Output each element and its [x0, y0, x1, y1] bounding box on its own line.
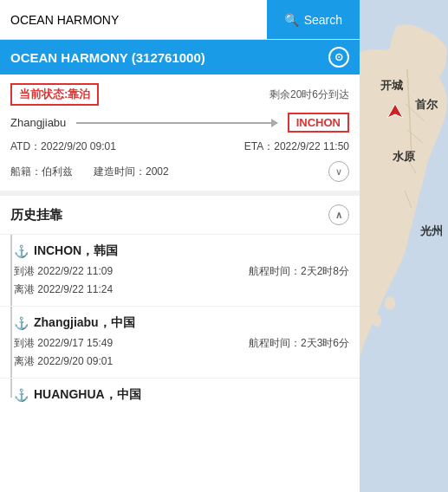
status-expand-icon[interactable]: ∨ [328, 161, 349, 182]
port-arrive-zhangjiabu: 到港 2022/9/17 15:49 [14, 336, 113, 351]
history-header: 历史挂靠 ∧ [0, 196, 360, 235]
route-arrow [76, 122, 276, 124]
port-duration-inchon: 航程时间：2天2时8分 [249, 264, 349, 279]
eta-text: 剩余20时6分到达 [269, 87, 349, 102]
port-name-inchon: INCHON，韩国 [34, 243, 118, 259]
built-label: 建造时间：2002 [94, 165, 169, 179]
ship-header: OCEAN HARMONY (312761000) ⊙ [0, 40, 360, 74]
port-details-inchon: 到港 2022/9/22 11:09 航程时间：2天2时8分 [14, 264, 349, 279]
search-icon: 🔍 [284, 13, 299, 27]
history-expand-icon[interactable]: ∧ [328, 204, 349, 225]
route-destination: INCHON [288, 113, 349, 133]
port-duration-zhangjiabu: 航程时间：2天3时6分 [249, 336, 349, 351]
map-marker [386, 102, 405, 124]
history-section: 历史挂靠 ∧ ⚓ INCHON，韩国 到港 2022/9/22 11:09 航程… [0, 196, 360, 492]
port-depart-inchon: 离港 2022/9/22 11:24 [14, 282, 349, 297]
status-badge: 当前状态:靠泊 [10, 83, 99, 106]
port-name-row-2: ⚓ Zhangjiabu，中国 [14, 315, 349, 331]
anchor-icon-inchon: ⚓ [14, 244, 29, 258]
ship-header-expand-icon[interactable]: ⊙ [328, 47, 349, 68]
status-row: 当前状态:靠泊 剩余20时6分到达 [10, 83, 349, 106]
port-depart-zhangjiabu: 离港 2022/9/20 09:01 [14, 354, 349, 369]
port-name-row: ⚓ INCHON，韩国 [14, 243, 349, 259]
port-name-zhangjiabu: Zhangjiabu，中国 [34, 315, 135, 331]
port-details-zhangjiabu: 到港 2022/9/17 15:49 航程时间：2天3时6分 [14, 336, 349, 351]
anchor-icon-zhangjiabu: ⚓ [14, 316, 29, 330]
svg-point-3 [373, 314, 381, 327]
search-button-label: Search [304, 13, 342, 27]
port-entry-zhangjiabu: ⚓ Zhangjiabu，中国 到港 2022/9/17 15:49 航程时间：… [0, 307, 360, 379]
atd-label: ATD：2022/9/20 09:01 [10, 139, 116, 154]
city-kaesong: 开城 [380, 78, 403, 94]
port-entry-inchon: ⚓ INCHON，韩国 到港 2022/9/22 11:09 航程时间：2天2时… [0, 235, 360, 307]
port-name-huanghua: HUANGHUA，中国 [34, 387, 141, 403]
city-gwangju: 光州 [420, 223, 443, 239]
svg-point-2 [385, 296, 395, 310]
svg-point-1 [374, 267, 388, 288]
search-bar: 🔍 Search [0, 0, 360, 40]
port-name-row-3: ⚓ HUANGHUA，中国 [14, 387, 349, 403]
city-seoul: 首尔 [415, 97, 438, 113]
extra-left: 船籍：伯利兹 建造时间：2002 [10, 165, 169, 179]
route-origin: Zhangjiabu [10, 116, 66, 129]
status-section: 当前状态:靠泊 剩余20时6分到达 Zhangjiabu INCHON ATD：… [0, 74, 360, 196]
ship-title: OCEAN HARMONY (312761000) [10, 50, 205, 65]
eta-label: ETA：2022/9/22 11:50 [244, 139, 349, 154]
main-panel: 🔍 Search OCEAN HARMONY (312761000) ⊙ 当前状… [0, 0, 360, 492]
atd-row: ATD：2022/9/20 09:01 ETA：2022/9/22 11:50 [10, 139, 349, 154]
svg-marker-9 [387, 104, 403, 118]
extra-row: 船籍：伯利兹 建造时间：2002 ∨ [10, 161, 349, 182]
anchor-icon-huanghua: ⚓ [14, 388, 29, 402]
city-suwon: 水原 [393, 149, 415, 165]
port-entry-huanghua: ⚓ HUANGHUA，中国 [0, 379, 360, 417]
search-input[interactable] [0, 6, 267, 34]
route-row: Zhangjiabu INCHON [10, 113, 349, 133]
flag-label: 船籍：伯利兹 [10, 165, 73, 179]
search-button[interactable]: 🔍 Search [267, 0, 360, 39]
history-title: 历史挂靠 [10, 207, 62, 223]
port-arrive-inchon: 到港 2022/9/22 11:09 [14, 264, 113, 279]
